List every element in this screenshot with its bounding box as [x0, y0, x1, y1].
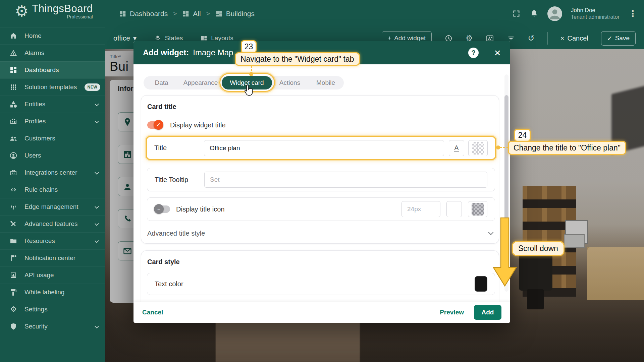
sidebar-item-white-labeling[interactable]: White labeling [0, 284, 105, 301]
apps-icon [9, 83, 18, 92]
chevron-down-icon [95, 170, 99, 175]
breadcrumb-separator: > [206, 10, 210, 17]
chart-icon [9, 271, 18, 280]
step23-callout: Navigate to the "Widget card" tab [235, 52, 360, 66]
preview-button[interactable]: Preview [440, 309, 464, 316]
title-tooltip-input[interactable]: Set [204, 172, 487, 188]
text-color-row: Text color [147, 273, 495, 295]
sidebar-item-dashboards[interactable]: Dashboards [0, 61, 105, 78]
chevron-down-icon [95, 324, 99, 328]
sidebar-item-solution-templates[interactable]: Solution templates NEW [0, 78, 105, 96]
dialog-scrollbar-thumb[interactable] [504, 95, 508, 226]
display-widget-title-toggle[interactable]: ✓ [147, 121, 163, 129]
user-avatar[interactable] [547, 6, 562, 21]
breadcrumb-dashboards[interactable]: Dashboards [119, 10, 168, 18]
title-input[interactable]: Office plan [204, 140, 444, 156]
kebab-menu-icon[interactable]: ⋮ [628, 8, 637, 19]
sidebar-item-customers[interactable]: Customers [0, 130, 105, 147]
sidebar-item-alarms[interactable]: Alarms [0, 44, 105, 61]
cancel-edit-button[interactable]: × Cancel [560, 35, 588, 42]
sidebar-item-security[interactable]: Security [0, 318, 105, 335]
tab-data[interactable]: Data [144, 76, 179, 89]
gear-icon: ⚙ [9, 305, 18, 314]
warning-icon [9, 49, 18, 57]
step24-number-badge: 24 [514, 129, 531, 142]
brand-name: ThingsBoard [32, 3, 93, 15]
dialog-cancel-button[interactable]: Cancel [142, 309, 163, 316]
add-widget-dialog: Add widget: Image Map ? × Data Appearanc… [133, 41, 510, 323]
tools-icon [9, 220, 18, 228]
sidebar-item-home[interactable]: Home [0, 27, 105, 44]
text-color-swatch[interactable] [475, 276, 487, 292]
dashboards-icon [119, 10, 126, 17]
icon-color-button[interactable] [468, 201, 487, 217]
font-style-icon: A [454, 144, 459, 152]
sidebar-item-users[interactable]: Users [0, 147, 105, 164]
icon-size-input[interactable]: 24px [401, 201, 440, 217]
card-title-section: Card title ✓ Display widget title Title … [141, 95, 499, 244]
sidebar-item-advanced-features[interactable]: Advanced features [0, 215, 105, 232]
tab-appearance[interactable]: Appearance [179, 76, 222, 89]
breadcrumb-all[interactable]: All [182, 10, 201, 18]
badge-icon [9, 117, 18, 126]
breadcrumb-buildings[interactable]: Buildings [215, 10, 255, 18]
fullscreen-icon[interactable] [512, 9, 521, 18]
close-icon[interactable]: × [494, 48, 501, 58]
advanced-title-style-expander[interactable]: Advanced title style [147, 230, 493, 237]
brand-subtitle: Professional [67, 14, 93, 19]
sidebar-item-resources[interactable]: Resources [0, 232, 105, 249]
title-row-highlighted: Title Office plan A [146, 136, 496, 160]
user-info[interactable]: John Doe Tenant administrator [571, 7, 620, 20]
toolbar-divider [547, 32, 548, 45]
sidebar-item-profiles[interactable]: Profiles [0, 113, 105, 130]
display-title-icon-row: − Display title icon 24px [147, 197, 495, 221]
people-icon [9, 134, 18, 143]
display-title-icon-toggle[interactable]: − [155, 205, 170, 213]
add-button[interactable]: Add [474, 305, 501, 320]
close-icon: × [560, 35, 565, 42]
step23-number-badge: 23 [241, 40, 257, 53]
chevron-down-icon [95, 239, 99, 243]
toggle-minus-icon: − [154, 204, 164, 214]
breadcrumb-separator: > [173, 10, 177, 17]
version-history-icon[interactable]: ↺ [528, 34, 535, 43]
tab-actions[interactable]: Actions [272, 76, 308, 89]
sidebar-item-settings[interactable]: ⚙ Settings [0, 301, 105, 318]
sidebar-item-api-usage[interactable]: API usage [0, 266, 105, 284]
check-icon: ✓ [607, 35, 612, 42]
user-role: Tenant administrator [571, 14, 620, 20]
transparent-color-swatch [472, 142, 484, 155]
section-heading: Card title [147, 103, 176, 111]
scroll-down-callout: Scroll down [512, 241, 565, 256]
paint-icon [9, 288, 18, 297]
icon-picker-button[interactable] [446, 201, 462, 217]
title-color-button[interactable] [468, 140, 488, 156]
title-font-button[interactable]: A [449, 140, 464, 156]
breadcrumb: Dashboards > All > Buildings [119, 0, 255, 27]
save-button[interactable]: ✓ Save [601, 31, 636, 46]
sidebar-item-integrations-center[interactable]: Integrations center [0, 164, 105, 181]
sidebar-item-edge-management[interactable]: Edge management [0, 198, 105, 215]
dialog-footer: Cancel Preview Add [133, 302, 510, 323]
thingsboard-app: ⚙ ThingsBoard Professional Dashboards > … [0, 0, 644, 362]
hand-cursor-icon [243, 84, 256, 99]
dashboards-icon [182, 10, 190, 17]
new-badge: NEW [85, 83, 101, 91]
thingsboard-logo[interactable]: ⚙ ThingsBoard Professional [15, 3, 93, 19]
sidebar-item-notification-center[interactable]: Notification center [0, 249, 105, 266]
logo-gear-icon: ⚙ [15, 3, 29, 19]
tab-mobile[interactable]: Mobile [308, 76, 344, 89]
user-name: John Doe [571, 7, 620, 14]
sidebar-item-rule-chains[interactable]: Rule chains [0, 181, 105, 198]
chevron-down-icon [95, 204, 99, 209]
notifications-bell-icon[interactable] [530, 9, 539, 18]
antenna-icon [9, 202, 18, 211]
sidebar-item-entities[interactable]: Entities [0, 96, 105, 113]
chevron-down-icon [95, 102, 99, 106]
person-icon [9, 151, 18, 160]
top-header: ⚙ ThingsBoard Professional Dashboards > … [0, 0, 644, 27]
help-icon[interactable]: ? [468, 48, 479, 58]
dashboards-icon [9, 66, 18, 74]
step24-connector [500, 147, 508, 148]
dashboard-state-select[interactable]: office ▾ [113, 34, 137, 42]
